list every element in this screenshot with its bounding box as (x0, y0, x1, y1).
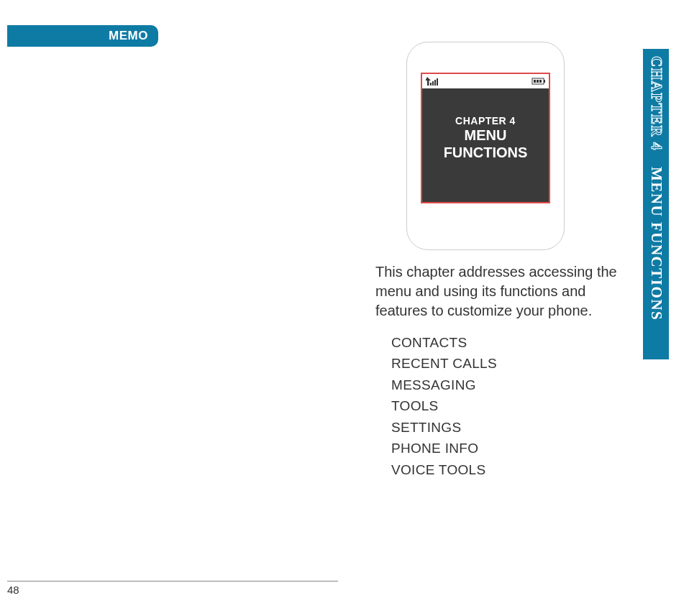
intro-paragraph: This chapter addresses accessing the men… (375, 262, 642, 321)
list-item: PHONE INFO (391, 438, 642, 459)
sidebar-chapter-tab: CHAPTER 4 MENU FUNCTIONS (643, 49, 669, 359)
svg-rect-3 (434, 80, 436, 86)
svg-rect-7 (534, 80, 536, 83)
phone-status-bar (422, 74, 549, 88)
sidebar-chapter-label: CHAPTER 4 (647, 56, 665, 151)
svg-rect-6 (544, 80, 545, 83)
sidebar-chapter-title: MENU FUNCTIONS (647, 167, 665, 321)
svg-rect-1 (430, 83, 432, 86)
list-item: MESSAGING (391, 374, 642, 395)
screen-chapter-label: CHAPTER 4 (455, 115, 516, 127)
svg-rect-4 (437, 78, 438, 86)
phone-device-outline: CHAPTER 4 MENU FUNCTIONS (406, 42, 565, 250)
screen-chapter-title: MENU FUNCTIONS (444, 127, 528, 161)
page-number: 48 (7, 584, 19, 596)
memo-tab: MEMO (7, 25, 158, 47)
footer-divider (7, 581, 338, 581)
svg-rect-2 (432, 81, 434, 86)
memo-label: MEMO (109, 29, 148, 43)
phone-screen: CHAPTER 4 MENU FUNCTIONS (421, 73, 550, 203)
list-item: VOICE TOOLS (391, 459, 642, 480)
page-container: MEMO CHAPTER 4 MENU FUNCTIONS (0, 0, 689, 616)
phone-screen-content: CHAPTER 4 MENU FUNCTIONS (422, 88, 549, 202)
list-item: CONTACTS (391, 332, 642, 353)
list-item: RECENT CALLS (391, 353, 642, 374)
list-item: TOOLS (391, 395, 642, 416)
svg-rect-9 (539, 80, 542, 83)
svg-marker-0 (426, 77, 432, 86)
list-item: SETTINGS (391, 417, 642, 438)
content-area: This chapter addresses accessing the men… (375, 262, 642, 480)
svg-rect-8 (537, 80, 539, 83)
signal-icon (425, 77, 441, 86)
menu-items-list: CONTACTS RECENT CALLS MESSAGING TOOLS SE… (375, 332, 642, 480)
battery-icon (531, 78, 546, 85)
